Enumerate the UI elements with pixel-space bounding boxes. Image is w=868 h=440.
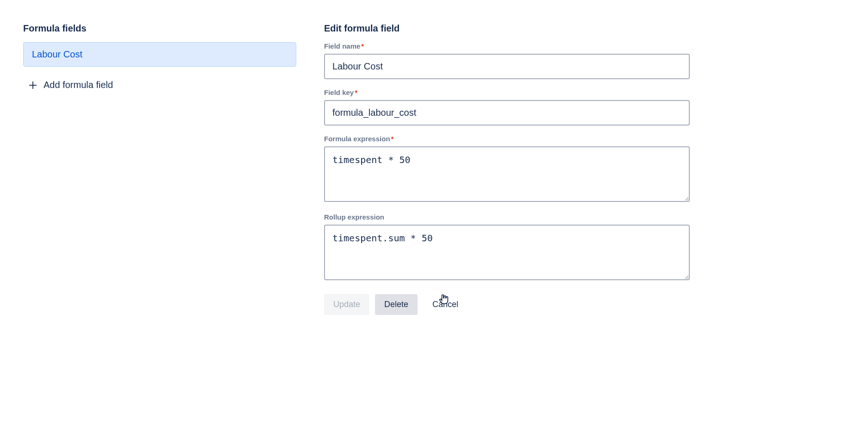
- field-name-group: Field name*: [324, 42, 690, 79]
- formula-expression-group: Formula expression* timespent * 50: [324, 135, 690, 204]
- formula-fields-sidebar: Formula fields Labour Cost Add formula f…: [23, 23, 296, 315]
- edit-formula-panel: Edit formula field Field name* Field key…: [324, 23, 690, 315]
- add-formula-field-button[interactable]: Add formula field: [23, 73, 121, 97]
- required-indicator: *: [361, 42, 364, 50]
- rollup-expression-group: Rollup expression timespent.sum * 50: [324, 213, 690, 282]
- plus-icon: [28, 80, 38, 90]
- field-key-group: Field key*: [324, 88, 690, 126]
- formula-item-labour-cost[interactable]: Labour Cost: [23, 42, 296, 67]
- add-button-label: Add formula field: [44, 80, 113, 90]
- field-name-label: Field name*: [324, 42, 690, 50]
- required-indicator: *: [391, 135, 394, 143]
- edit-panel-title: Edit formula field: [324, 23, 690, 34]
- field-key-input[interactable]: [324, 100, 690, 126]
- cursor-hand-icon: [437, 292, 450, 305]
- formula-expression-label: Formula expression*: [324, 135, 690, 143]
- rollup-expression-label: Rollup expression: [324, 213, 690, 221]
- delete-button[interactable]: Delete: [375, 294, 418, 315]
- sidebar-title: Formula fields: [23, 23, 296, 34]
- field-name-input[interactable]: [324, 54, 690, 79]
- action-buttons: Update Delete Cancel: [324, 294, 690, 315]
- field-key-label: Field key*: [324, 88, 690, 96]
- required-indicator: *: [355, 88, 357, 96]
- update-button[interactable]: Update: [324, 294, 369, 315]
- formula-item-label: Labour Cost: [32, 49, 82, 59]
- rollup-expression-input[interactable]: timespent.sum * 50: [324, 225, 690, 280]
- formula-expression-input[interactable]: timespent * 50: [324, 146, 690, 202]
